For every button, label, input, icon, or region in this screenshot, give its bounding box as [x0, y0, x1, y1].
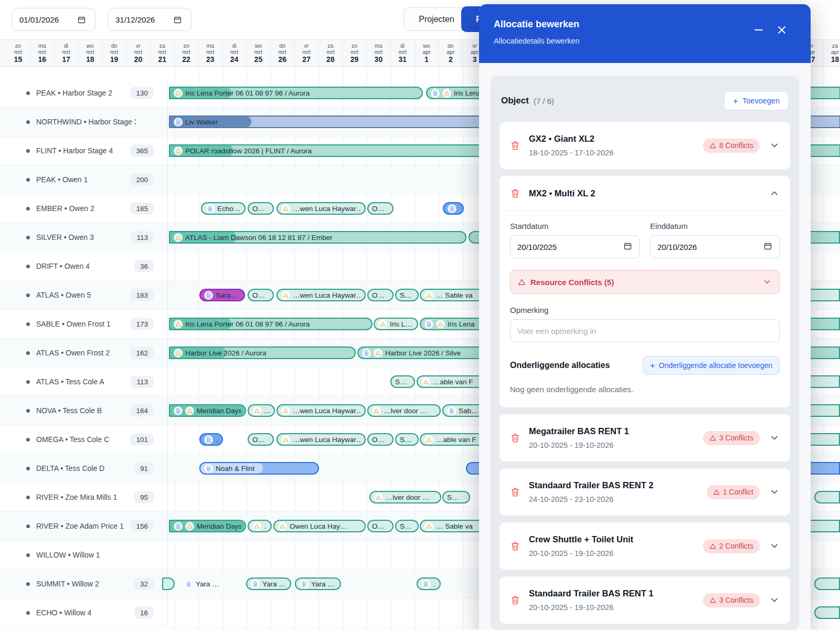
allocation-bar[interactable]: …lver door …: [369, 491, 441, 503]
resource-row-11[interactable]: ATLAS • Tess Cole A113: [0, 368, 168, 396]
allocation-bar[interactable]: Yara …: [295, 578, 341, 590]
allocation-bar[interactable]: Yara …: [179, 578, 224, 590]
allocation-bar[interactable]: S…: [395, 520, 419, 532]
start-date-value[interactable]: [517, 243, 623, 251]
allocation-bar[interactable]: O…: [367, 289, 394, 301]
delete-object-icon[interactable]: [510, 541, 520, 551]
range-end-input[interactable]: [108, 8, 192, 31]
allocation-bar[interactable]: Meridian Days: [169, 404, 246, 417]
resource-conflicts-alert[interactable]: Resource Conflicts (5): [510, 270, 780, 294]
resource-row-6[interactable]: SILVER • Owen 3113: [0, 223, 168, 251]
range-start-input[interactable]: [12, 8, 95, 31]
allocation-bar[interactable]: Owen Luca Hay…: [273, 520, 366, 532]
allocation-bar[interactable]: …: [248, 520, 272, 532]
allocation-bar[interactable]: [162, 578, 175, 590]
allocation-bar[interactable]: Noah & Flint: [199, 462, 319, 475]
allocation-label: Yara …: [311, 580, 335, 588]
chevron-down-icon[interactable]: [769, 487, 780, 497]
allocation-bar[interactable]: Sara…: [199, 289, 245, 301]
timeline-day-mrt-17: dimrt17: [55, 40, 79, 66]
comment-field[interactable]: [517, 327, 772, 335]
allocation-bar[interactable]: …wen Luca Haywar…: [277, 202, 366, 215]
allocation-bar[interactable]: …: [443, 202, 464, 215]
allocation-bar[interactable]: O…: [367, 433, 394, 446]
allocation-label: …lver door …: [384, 407, 427, 415]
resource-count-badge: 113: [131, 232, 154, 244]
allocation-bar[interactable]: Harbor Live 2026 / Aurora: [169, 346, 356, 359]
allocation-label: …: [264, 407, 270, 415]
allocation-bar[interactable]: O…: [248, 289, 274, 301]
end-date-value[interactable]: [657, 243, 763, 251]
allocation-bar[interactable]: …: [248, 404, 275, 417]
close-icon[interactable]: [776, 24, 788, 36]
resource-row-1[interactable]: PEAK • Harbor Stage 2130: [0, 79, 168, 107]
timeline-day-mrt-31: dimrt31: [391, 40, 415, 66]
allocation-bar[interactable]: …wen Luca Haywar…: [277, 433, 366, 446]
chevron-down-icon[interactable]: [769, 595, 780, 605]
allocation-bar[interactable]: S…: [395, 433, 419, 446]
chevron-up-icon[interactable]: [769, 188, 780, 198]
resource-row-15[interactable]: RIVER • Zoe Mira Mills 195: [0, 483, 168, 511]
allocation-bar[interactable]: S…: [395, 289, 419, 301]
resource-row-16[interactable]: RIVER • Zoe Adam Price 1156: [0, 512, 168, 540]
allocation-bar[interactable]: …wen Luca Haywar…: [277, 289, 366, 301]
chevron-down-icon[interactable]: [762, 277, 772, 287]
delete-object-icon[interactable]: [510, 595, 520, 605]
allocation-bar[interactable]: O…: [367, 202, 394, 215]
allocation-bar[interactable]: Iris Lena Porter 06 01 08 97 96 / Aurora: [169, 318, 373, 330]
add-sub-allocation-button[interactable]: +Onderliggende allocatie toevoegen: [643, 356, 780, 375]
allocation-bar[interactable]: Iris L…: [374, 318, 418, 330]
end-date-label: Einddatum: [650, 222, 780, 230]
delete-object-icon[interactable]: [510, 188, 520, 198]
resource-row-10[interactable]: ATLAS • Owen Frost 2162: [0, 339, 168, 367]
delete-object-icon[interactable]: [510, 140, 520, 151]
resource-row-7[interactable]: DRIFT • Owen 436: [0, 252, 168, 280]
allocation-bar[interactable]: …lver door …: [367, 404, 441, 417]
resource-row-5[interactable]: EMBER • Owen 2185: [0, 194, 168, 223]
chevron-down-icon[interactable]: [769, 541, 780, 551]
allocation-bar[interactable]: ATLAS - Liam Dawson 06 18 12 81 87 / Emb…: [169, 231, 466, 244]
allocation-bar[interactable]: …: [199, 433, 223, 446]
chevron-down-icon[interactable]: [769, 140, 780, 151]
warning-icon: [424, 291, 433, 300]
allocation-bar[interactable]: O…: [248, 202, 274, 215]
resource-row-17[interactable]: WILLOW • Willow 1: [0, 541, 168, 569]
warning-icon: [281, 435, 290, 444]
resource-row-3[interactable]: FLINT • Harbor Stage 4365: [0, 136, 168, 165]
allocation-bar[interactable]: Yara …: [246, 578, 291, 590]
start-date-input[interactable]: [510, 235, 640, 258]
allocation-bar[interactable]: [814, 606, 840, 619]
resource-row-12[interactable]: NOVA • Tess Cole B164: [0, 396, 168, 425]
allocation-bar[interactable]: Meridian Days: [169, 520, 246, 532]
resource-row-18[interactable]: SUMMIT • Willow 232: [0, 570, 168, 598]
allocation-bar[interactable]: O…: [248, 433, 274, 446]
allocation-bar[interactable]: Iris Lena Porter 06 01 08 97 96 / Aurora: [169, 87, 423, 99]
range-start-value[interactable]: [19, 15, 72, 24]
allocation-bar[interactable]: …wen Luca Haywar…: [277, 404, 366, 417]
allocation-bar[interactable]: Echo…: [201, 202, 246, 215]
allocation-bar[interactable]: [814, 578, 840, 590]
resource-row-14[interactable]: DELTA • Tess Cole D91: [0, 454, 168, 482]
range-end-value[interactable]: [115, 15, 168, 24]
object-card-6: Standaard Trailer BAS RENT 120-10-2025 -…: [499, 576, 790, 624]
allocation-bar[interactable]: [814, 491, 840, 503]
projects-button[interactable]: Projecten: [403, 7, 470, 31]
allocation-bar[interactable]: …: [417, 578, 441, 590]
delete-object-icon[interactable]: [510, 433, 520, 443]
allocation-bar[interactable]: S…: [442, 491, 470, 503]
resource-row-13[interactable]: OMEGA • Tess Cole C101: [0, 425, 168, 454]
resource-row-8[interactable]: ATLAS • Owen 5183: [0, 281, 168, 309]
minimize-icon[interactable]: [753, 24, 764, 36]
end-date-input[interactable]: [650, 235, 780, 258]
resource-row-9[interactable]: SABLE • Owen Frost 1173: [0, 310, 168, 338]
allocation-bar[interactable]: S…: [390, 375, 415, 388]
chevron-down-icon[interactable]: [769, 433, 780, 443]
resource-row-2[interactable]: NORTHWIND • Harbor Stage 3: [0, 108, 168, 136]
document-icon: [447, 406, 456, 415]
allocation-bar[interactable]: O…: [367, 520, 394, 532]
delete-object-icon[interactable]: [510, 487, 520, 497]
resource-row-19[interactable]: ECHO • Willow 416: [0, 598, 168, 627]
comment-input[interactable]: [510, 319, 780, 342]
add-object-button[interactable]: + Toevoegen: [724, 91, 789, 110]
resource-row-4[interactable]: PEAK • Owen 1200: [0, 165, 168, 194]
